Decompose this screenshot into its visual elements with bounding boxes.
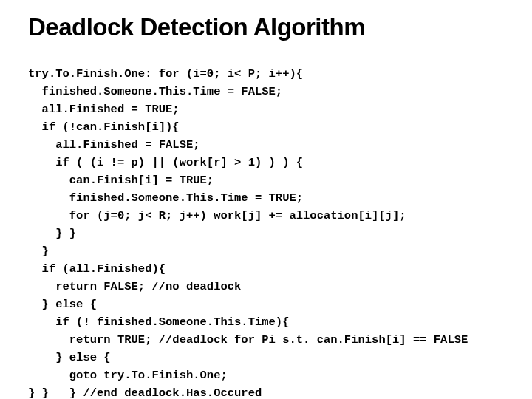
code-line: return TRUE; //deadlock for Pi s.t. can.… xyxy=(28,333,468,347)
code-line: } else { xyxy=(28,298,97,311)
code-line: return FALSE; //no deadlock xyxy=(28,280,241,293)
code-line: try.To.Finish.One: for (i=0; i< P; i++){ xyxy=(28,67,303,81)
code-line: if (!can.Finish[i]){ xyxy=(28,120,180,134)
code-line: if ( (i != p) || (work[r] > 1) ) ) { xyxy=(28,156,303,169)
code-line: for (j=0; j< R; j++) work[j] += allocati… xyxy=(28,209,406,222)
code-line: goto try.To.Finish.One; xyxy=(28,369,228,382)
code-line: } } } //end deadlock.Has.Occured xyxy=(28,386,262,399)
code-line: all.Finished = FALSE; xyxy=(28,138,200,151)
code-line: } xyxy=(28,245,49,258)
slide: Deadlock Detection Algorithm try.To.Fini… xyxy=(0,0,532,399)
code-line: } else { xyxy=(28,351,111,364)
code-line: finished.Someone.This.Time = TRUE; xyxy=(28,191,303,205)
code-line: if (all.Finished){ xyxy=(28,262,166,276)
code-block: try.To.Finish.One: for (i=0; i< P; i++){… xyxy=(28,47,511,399)
code-line: all.Finished = TRUE; xyxy=(28,103,180,116)
code-line: } } xyxy=(28,227,76,240)
code-line: can.Finish[i] = TRUE; xyxy=(28,174,214,187)
code-line: if (! finished.Someone.This.Time){ xyxy=(28,316,289,329)
code-line: finished.Someone.This.Time = FALSE; xyxy=(28,85,282,98)
slide-title: Deadlock Detection Algorithm xyxy=(28,13,511,41)
